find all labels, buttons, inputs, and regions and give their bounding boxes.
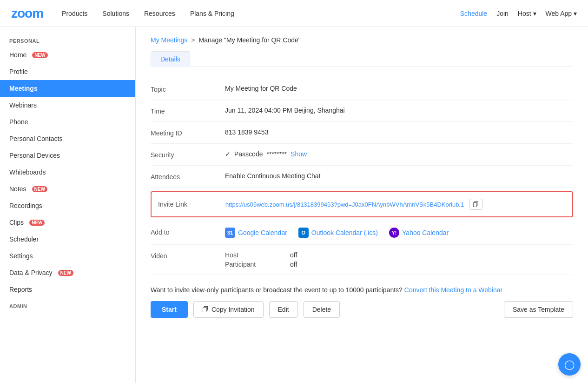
yahoo-calendar-label: Yahoo Calendar: [402, 229, 449, 236]
nav-schedule[interactable]: Schedule: [460, 10, 487, 17]
edit-button[interactable]: Edit: [269, 301, 298, 318]
sidebar-admin-label: ADMIN: [0, 298, 135, 312]
nav-join[interactable]: Join: [496, 10, 509, 17]
video-participant-value: off: [290, 261, 297, 268]
copy-link-icon-button[interactable]: 🗍: [469, 199, 482, 210]
invite-link-row: Invite Link https://us05web.zoom.us/j/81…: [151, 191, 573, 217]
clips-badge: NEW: [29, 220, 45, 226]
invite-link-url[interactable]: https://us05web.zoom.us/j/81318399453?pw…: [225, 201, 464, 208]
sidebar-item-scheduler-label: Scheduler: [9, 235, 39, 243]
attendees-label: Attendees: [151, 172, 225, 181]
sidebar-item-profile[interactable]: Profile: [0, 63, 135, 80]
action-buttons: Start 🗍 Copy Invitation Edit Delete Save…: [151, 301, 573, 318]
yahoo-calendar-link[interactable]: Y! Yahoo Calendar: [389, 228, 449, 238]
sidebar-item-reports[interactable]: Reports: [0, 281, 135, 298]
video-host-value: off: [290, 251, 297, 259]
logo[interactable]: zoom: [11, 6, 43, 21]
security-label: Security: [151, 150, 225, 159]
sidebar-item-profile-label: Profile: [9, 68, 28, 75]
security-row: Security ✓ Passcode ******** Show: [151, 144, 573, 166]
sidebar-item-webinars[interactable]: Webinars: [0, 97, 135, 114]
sidebar-item-webinars-label: Webinars: [9, 101, 37, 109]
topic-label: Topic: [151, 85, 225, 93]
nav-host[interactable]: Host ▾: [518, 10, 536, 17]
invite-link-label: Invite Link: [158, 201, 225, 208]
notes-badge: NEW: [32, 186, 47, 192]
sidebar-item-personal-contacts[interactable]: Personal Contacts: [0, 130, 135, 147]
copy-invitation-icon: 🗍: [202, 306, 209, 313]
save-as-template-button[interactable]: Save as Template: [504, 301, 573, 318]
sidebar-item-recordings-label: Recordings: [9, 202, 42, 209]
main-nav: Products Solutions Resources Plans & Pri…: [62, 10, 460, 17]
time-label: Time: [151, 107, 225, 115]
header: zoom Products Solutions Resources Plans …: [0, 0, 588, 27]
calendar-links: 31 Google Calendar O Outlook Calendar (.…: [225, 228, 573, 238]
topic-row: Topic My Meeting for QR Code: [151, 78, 573, 100]
delete-button[interactable]: Delete: [304, 301, 340, 318]
add-to-label: Add to: [151, 228, 225, 236]
qr-fab-icon: ◯: [564, 359, 575, 370]
sidebar-item-data-privacy-label: Data & Privacy: [9, 269, 53, 276]
outlook-calendar-icon: O: [298, 228, 309, 238]
sidebar-item-phone[interactable]: Phone: [0, 114, 135, 130]
sidebar-item-notes[interactable]: Notes NEW: [0, 181, 135, 197]
nav-products[interactable]: Products: [62, 10, 87, 17]
convert-to-webinar-link[interactable]: Convert this Meeting to a Webinar: [404, 286, 502, 294]
broadcast-note: Want to invite view-only participants or…: [151, 286, 573, 294]
security-checkmark: ✓: [225, 150, 231, 158]
time-value: Jun 11, 2024 04:00 PM Beijing, Shanghai: [225, 107, 573, 114]
google-calendar-icon: 31: [225, 228, 235, 238]
sidebar-item-home-label: Home: [9, 51, 26, 59]
sidebar-item-data-privacy[interactable]: Data & Privacy NEW: [0, 264, 135, 281]
nav-plans-pricing[interactable]: Plans & Pricing: [190, 10, 234, 17]
copy-invitation-label: Copy Invitation: [211, 306, 255, 313]
sidebar-item-personal-contacts-label: Personal Contacts: [9, 135, 62, 142]
sidebar-item-whiteboards-label: Whiteboards: [9, 168, 46, 176]
nav-web-app[interactable]: Web App ▾: [546, 10, 577, 17]
sidebar-item-scheduler[interactable]: Scheduler: [0, 231, 135, 248]
logo-text: zoom: [11, 6, 43, 20]
outlook-calendar-link[interactable]: O Outlook Calendar (.ics): [298, 228, 378, 238]
sidebar-item-settings-label: Settings: [9, 252, 33, 260]
layout: PERSONAL Home NEW Profile Meetings Webin…: [0, 27, 588, 383]
topic-value: My Meeting for QR Code: [225, 85, 573, 92]
outlook-calendar-label: Outlook Calendar (.ics): [311, 229, 378, 236]
breadcrumb: My Meetings > Manage "My Meeting for QR …: [151, 36, 573, 44]
meeting-id-row: Meeting ID 813 1839 9453: [151, 122, 573, 144]
sidebar-item-personal-devices-label: Personal Devices: [9, 152, 60, 159]
sidebar: PERSONAL Home NEW Profile Meetings Webin…: [0, 27, 136, 383]
google-calendar-link[interactable]: 31 Google Calendar: [225, 228, 287, 238]
fab-container: ◯: [558, 353, 581, 376]
breadcrumb-current: Manage "My Meeting for QR Code": [199, 36, 301, 44]
sidebar-item-home[interactable]: Home NEW: [0, 47, 135, 63]
video-host-label: Host: [225, 251, 271, 259]
sidebar-item-recordings[interactable]: Recordings: [0, 197, 135, 214]
invite-link-value: https://us05web.zoom.us/j/81318399453?pw…: [225, 199, 566, 210]
qr-fab-button[interactable]: ◯: [558, 353, 581, 376]
nav-resources[interactable]: Resources: [144, 10, 175, 17]
tab-details[interactable]: Details: [151, 51, 190, 67]
attendees-row: Attendees Enable Continuous Meeting Chat: [151, 166, 573, 188]
video-row: Video Host off Participant off: [151, 245, 573, 275]
nav-solutions[interactable]: Solutions: [102, 10, 129, 17]
start-button[interactable]: Start: [151, 301, 188, 318]
tab-bar: Details: [151, 51, 573, 67]
main-content: My Meetings > Manage "My Meeting for QR …: [136, 27, 588, 383]
sidebar-item-clips-label: Clips: [9, 219, 24, 226]
video-table: Host off Participant off: [225, 251, 573, 268]
breadcrumb-my-meetings[interactable]: My Meetings: [151, 36, 187, 44]
sidebar-item-whiteboards[interactable]: Whiteboards: [0, 164, 135, 181]
security-show-link[interactable]: Show: [291, 150, 307, 158]
copy-invitation-button[interactable]: 🗍 Copy Invitation: [193, 301, 264, 318]
sidebar-item-settings[interactable]: Settings: [0, 248, 135, 264]
sidebar-item-meetings-label: Meetings: [9, 85, 38, 92]
attendees-value: Enable Continuous Meeting Chat: [225, 172, 573, 180]
video-participant-row: Participant off: [225, 261, 573, 268]
sidebar-item-personal-devices[interactable]: Personal Devices: [0, 147, 135, 164]
sidebar-item-clips[interactable]: Clips NEW: [0, 214, 135, 231]
nav-right: Schedule Join Host ▾ Web App ▾: [460, 10, 577, 17]
home-badge: NEW: [32, 52, 47, 58]
sidebar-item-notes-label: Notes: [9, 185, 26, 193]
video-host-row: Host off: [225, 251, 573, 259]
sidebar-item-meetings[interactable]: Meetings: [0, 80, 135, 97]
